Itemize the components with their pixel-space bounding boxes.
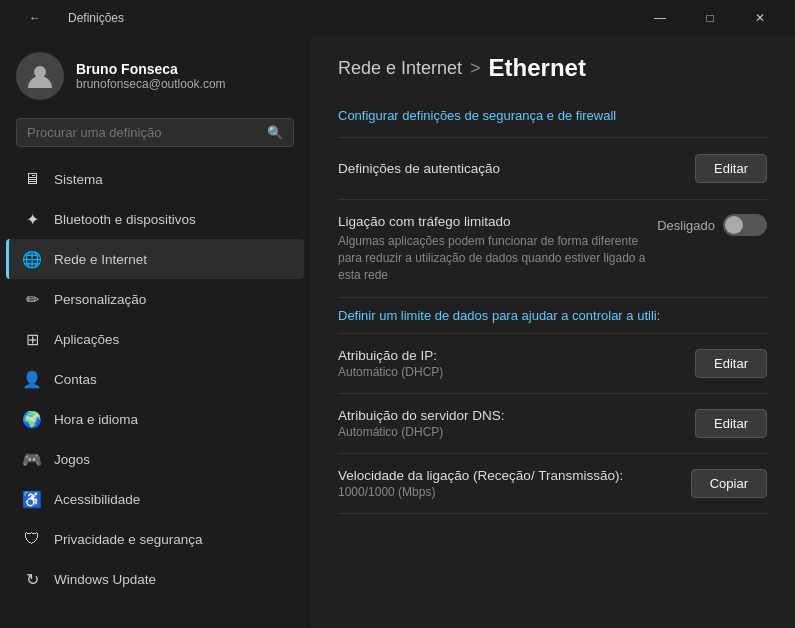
sidebar-item-hora[interactable]: 🌍 Hora e idioma bbox=[6, 399, 304, 439]
user-info: Bruno Fonseca brunofonseca@outlook.com bbox=[76, 61, 226, 91]
sidebar-item-aplicacoes[interactable]: ⊞ Aplicações bbox=[6, 319, 304, 359]
speed-row: Velocidade da ligação (Receção/ Transmis… bbox=[338, 454, 767, 514]
speed-label: Velocidade da ligação (Receção/ Transmis… bbox=[338, 468, 623, 483]
nav-icon-bluetooth: ✦ bbox=[22, 209, 42, 229]
security-link[interactable]: Configurar definições de segurança e de … bbox=[338, 98, 767, 138]
user-name: Bruno Fonseca bbox=[76, 61, 226, 77]
toggle-knob bbox=[725, 216, 743, 234]
breadcrumb: Rede e Internet > Ethernet bbox=[338, 54, 767, 82]
nav-icon-personalizacao: ✏ bbox=[22, 289, 42, 309]
nav-icon-hora: 🌍 bbox=[22, 409, 42, 429]
sidebar-item-sistema[interactable]: 🖥 Sistema bbox=[6, 159, 304, 199]
metered-connection-row: Ligação com tráfego limitado Algumas apl… bbox=[338, 200, 767, 298]
maximize-button[interactable]: □ bbox=[687, 3, 733, 33]
breadcrumb-parent: Rede e Internet bbox=[338, 58, 462, 79]
minimize-button[interactable]: — bbox=[637, 3, 683, 33]
auth-edit-button[interactable]: Editar bbox=[695, 154, 767, 183]
sidebar-item-bluetooth[interactable]: ✦ Bluetooth e dispositivos bbox=[6, 199, 304, 239]
ip-value: Automático (DHCP) bbox=[338, 365, 443, 379]
dns-edit-button[interactable]: Editar bbox=[695, 409, 767, 438]
nav-label-aplicacoes: Aplicações bbox=[54, 332, 119, 347]
ip-assignment-row: Atribuição de IP: Automático (DHCP) Edit… bbox=[338, 334, 767, 394]
metered-toggle[interactable] bbox=[723, 214, 767, 236]
sidebar-item-contas[interactable]: 👤 Contas bbox=[6, 359, 304, 399]
nav-icon-jogos: 🎮 bbox=[22, 449, 42, 469]
search-input[interactable] bbox=[27, 125, 259, 140]
speed-value: 1000/1000 (Mbps) bbox=[338, 485, 623, 499]
search-container: 🔍 bbox=[0, 114, 310, 159]
app-body: Bruno Fonseca brunofonseca@outlook.com 🔍… bbox=[0, 36, 795, 628]
dns-label-block: Atribuição do servidor DNS: Automático (… bbox=[338, 408, 505, 439]
nav-label-privacidade: Privacidade e segurança bbox=[54, 532, 203, 547]
sidebar-item-windows_update[interactable]: ↻ Windows Update bbox=[6, 559, 304, 599]
sidebar-item-jogos[interactable]: 🎮 Jogos bbox=[6, 439, 304, 479]
ip-label: Atribuição de IP: bbox=[338, 348, 443, 363]
nav-icon-privacidade: 🛡 bbox=[22, 529, 42, 549]
nav-label-jogos: Jogos bbox=[54, 452, 90, 467]
nav-label-personalizacao: Personalização bbox=[54, 292, 146, 307]
nav-label-contas: Contas bbox=[54, 372, 97, 387]
auth-label: Definições de autenticação bbox=[338, 161, 695, 176]
user-email: brunofonseca@outlook.com bbox=[76, 77, 226, 91]
content-area: Rede e Internet > Ethernet Configurar de… bbox=[310, 36, 795, 628]
breadcrumb-current: Ethernet bbox=[489, 54, 586, 82]
dns-label: Atribuição do servidor DNS: bbox=[338, 408, 505, 423]
ip-edit-button[interactable]: Editar bbox=[695, 349, 767, 378]
dns-assignment-row: Atribuição do servidor DNS: Automático (… bbox=[338, 394, 767, 454]
nav-label-windows_update: Windows Update bbox=[54, 572, 156, 587]
sidebar-item-personalizacao[interactable]: ✏ Personalização bbox=[6, 279, 304, 319]
sidebar-item-privacidade[interactable]: 🛡 Privacidade e segurança bbox=[6, 519, 304, 559]
breadcrumb-separator: > bbox=[470, 58, 481, 79]
dns-value: Automático (DHCP) bbox=[338, 425, 505, 439]
nav-icon-windows_update: ↻ bbox=[22, 569, 42, 589]
close-button[interactable]: ✕ bbox=[737, 3, 783, 33]
titlebar-left: ← Definições bbox=[12, 3, 124, 33]
metered-text: Ligação com tráfego limitado Algumas apl… bbox=[338, 214, 657, 283]
search-icon: 🔍 bbox=[267, 125, 283, 140]
nav-icon-rede: 🌐 bbox=[22, 249, 42, 269]
page-header: Rede e Internet > Ethernet bbox=[310, 36, 795, 98]
search-box: 🔍 bbox=[16, 118, 294, 147]
avatar bbox=[16, 52, 64, 100]
nav-label-rede: Rede e Internet bbox=[54, 252, 147, 267]
content-scroll: Configurar definições de segurança e de … bbox=[310, 98, 795, 628]
nav-label-bluetooth: Bluetooth e dispositivos bbox=[54, 212, 196, 227]
titlebar: ← Definições — □ ✕ bbox=[0, 0, 795, 36]
sidebar-item-acessibilidade[interactable]: ♿ Acessibilidade bbox=[6, 479, 304, 519]
nav-icon-contas: 👤 bbox=[22, 369, 42, 389]
back-button[interactable]: ← bbox=[12, 3, 58, 33]
nav-label-sistema: Sistema bbox=[54, 172, 103, 187]
speed-label-block: Velocidade da ligação (Receção/ Transmis… bbox=[338, 468, 623, 499]
sidebar-item-rede[interactable]: 🌐 Rede e Internet bbox=[6, 239, 304, 279]
window-controls: — □ ✕ bbox=[637, 3, 783, 33]
sidebar-nav: 🖥 Sistema ✦ Bluetooth e dispositivos 🌐 R… bbox=[0, 159, 310, 599]
data-limit-link[interactable]: Definir um limite de dados para ajudar a… bbox=[338, 298, 767, 334]
nav-icon-acessibilidade: ♿ bbox=[22, 489, 42, 509]
toggle-label: Desligado bbox=[657, 218, 715, 233]
nav-icon-aplicacoes: ⊞ bbox=[22, 329, 42, 349]
user-profile[interactable]: Bruno Fonseca brunofonseca@outlook.com bbox=[0, 36, 310, 114]
metered-title: Ligação com tráfego limitado bbox=[338, 214, 657, 229]
ip-label-block: Atribuição de IP: Automático (DHCP) bbox=[338, 348, 443, 379]
sidebar: Bruno Fonseca brunofonseca@outlook.com 🔍… bbox=[0, 36, 310, 628]
toggle-container: Desligado bbox=[657, 214, 767, 236]
nav-label-hora: Hora e idioma bbox=[54, 412, 138, 427]
app-title: Definições bbox=[68, 11, 124, 25]
speed-copy-button[interactable]: Copiar bbox=[691, 469, 767, 498]
nav-icon-sistema: 🖥 bbox=[22, 169, 42, 189]
auth-settings-row: Definições de autenticação Editar bbox=[338, 138, 767, 200]
metered-desc: Algumas aplicações podem funcionar de fo… bbox=[338, 233, 657, 283]
nav-label-acessibilidade: Acessibilidade bbox=[54, 492, 140, 507]
